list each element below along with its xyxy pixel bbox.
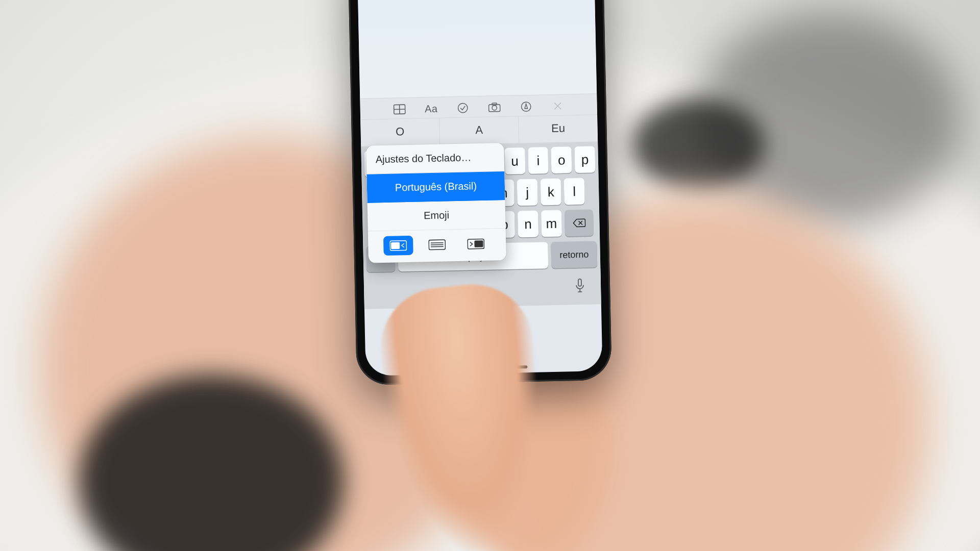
svg-rect-6	[492, 103, 497, 105]
svg-point-5	[492, 106, 497, 110]
globe-key-placeholder[interactable]	[378, 291, 391, 291]
suggestion-1[interactable]: O	[360, 118, 439, 146]
table-icon[interactable]	[393, 103, 407, 116]
return-key[interactable]: retorno	[551, 241, 597, 268]
key-l[interactable]: l	[564, 178, 585, 205]
keyboard-right-icon	[467, 238, 484, 250]
key-o[interactable]: o	[551, 146, 572, 173]
dock-right-button[interactable]	[461, 234, 491, 254]
keyboard-suggestion-bar: O A Eu	[360, 114, 598, 147]
suggestion-2[interactable]: A	[439, 116, 519, 144]
close-icon[interactable]	[550, 99, 565, 112]
dock-left-button[interactable]	[383, 236, 413, 256]
dock-full-button[interactable]	[422, 235, 452, 255]
keyboard-dock-row	[368, 229, 506, 263]
keyboard-emoji-item[interactable]: Emoji	[368, 200, 506, 232]
backspace-icon	[572, 218, 585, 229]
camera-icon[interactable]	[487, 101, 501, 114]
markup-icon[interactable]	[519, 101, 533, 113]
svg-rect-22	[474, 240, 483, 247]
keyboard-left-icon	[389, 240, 407, 252]
svg-rect-12	[578, 279, 581, 286]
backspace-key[interactable]	[565, 209, 594, 236]
app-content-area	[357, 0, 597, 98]
photo-scene: Aa O A Eu	[0, 0, 980, 551]
key-p[interactable]: p	[575, 146, 596, 173]
keyboard-switcher-popup: Ajustes do Teclado… Português (Brasil) E…	[366, 143, 506, 263]
dictation-button[interactable]	[573, 278, 587, 296]
keyboard-language-selected[interactable]: Português (Brasil)	[366, 171, 505, 203]
microphone-icon	[573, 278, 587, 294]
checkmark-circle-icon[interactable]	[455, 102, 470, 114]
key-m[interactable]: m	[541, 210, 562, 237]
background-puck	[632, 99, 765, 191]
text-format-icon[interactable]: Aa	[424, 103, 438, 115]
svg-line-18	[431, 243, 444, 243]
key-k[interactable]: k	[541, 179, 561, 206]
key-j[interactable]: j	[517, 179, 538, 206]
svg-point-3	[458, 103, 468, 113]
svg-line-20	[431, 246, 444, 247]
svg-line-19	[431, 245, 444, 245]
key-i[interactable]: i	[528, 147, 549, 174]
keyboard-settings-item[interactable]: Ajustes do Teclado…	[366, 143, 504, 174]
suggestion-3[interactable]: Eu	[518, 115, 598, 143]
key-n[interactable]: n	[518, 211, 538, 238]
key-u[interactable]: u	[504, 147, 525, 174]
ios-keyboard: q w e r t y u i o p a s d f g h	[361, 142, 601, 309]
svg-rect-16	[391, 242, 400, 249]
keyboard-full-icon	[428, 239, 446, 251]
